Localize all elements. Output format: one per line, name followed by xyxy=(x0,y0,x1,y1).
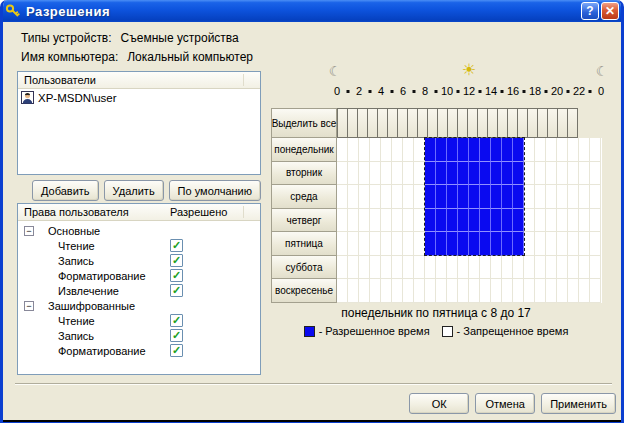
schedule-cell[interactable] xyxy=(535,232,546,256)
schedule-cell[interactable] xyxy=(458,162,469,186)
allowed-checkbox[interactable]: ✓ xyxy=(170,239,183,252)
schedule-cell[interactable] xyxy=(513,138,524,162)
schedule-cell[interactable] xyxy=(480,279,491,303)
schedule-cell[interactable] xyxy=(348,209,359,233)
close-button[interactable]: ✕ xyxy=(601,2,619,20)
schedule-cell[interactable] xyxy=(590,279,601,303)
schedule-cell[interactable] xyxy=(370,209,381,233)
schedule-cell[interactable] xyxy=(458,138,469,162)
schedule-cell[interactable] xyxy=(458,256,469,280)
schedule-cell[interactable] xyxy=(469,138,480,162)
ok-button[interactable]: ОК xyxy=(409,393,469,414)
schedule-cell[interactable] xyxy=(590,162,601,186)
schedule-cell[interactable] xyxy=(513,232,524,256)
allowed-checkbox[interactable]: ✓ xyxy=(170,314,183,327)
schedule-cell[interactable] xyxy=(337,279,348,303)
schedule-cell[interactable] xyxy=(381,256,392,280)
schedule-cell[interactable] xyxy=(447,209,458,233)
schedule-cell[interactable] xyxy=(546,162,557,186)
schedule-cell[interactable] xyxy=(579,185,590,209)
schedule-cell[interactable] xyxy=(502,162,513,186)
schedule-cell[interactable] xyxy=(348,279,359,303)
user-list-item[interactable]: XP-MSDN\user xyxy=(18,89,260,106)
day-button-5[interactable]: суббота xyxy=(271,255,337,280)
schedule-cell[interactable] xyxy=(381,279,392,303)
schedule-cell[interactable] xyxy=(579,256,590,280)
schedule-cell[interactable] xyxy=(436,209,447,233)
collapse-toggle-icon[interactable]: − xyxy=(24,301,34,311)
schedule-cell[interactable] xyxy=(425,279,436,303)
schedule-cell[interactable] xyxy=(480,138,491,162)
schedule-cell[interactable] xyxy=(524,232,535,256)
schedule-cell[interactable] xyxy=(403,185,414,209)
schedule-cell[interactable] xyxy=(502,185,513,209)
rights-item-row[interactable]: Форматирование✓ xyxy=(18,344,260,359)
schedule-cell[interactable] xyxy=(469,209,480,233)
schedule-cell[interactable] xyxy=(568,256,579,280)
schedule-cell[interactable] xyxy=(557,185,568,209)
rights-item-row[interactable]: Чтение✓ xyxy=(18,239,260,254)
schedule-cell[interactable] xyxy=(491,232,502,256)
schedule-cell[interactable] xyxy=(590,209,601,233)
schedule-cell[interactable] xyxy=(447,138,458,162)
schedule-cell[interactable] xyxy=(590,256,601,280)
schedule-cell[interactable] xyxy=(502,232,513,256)
schedule-cell[interactable] xyxy=(370,256,381,280)
schedule-cell[interactable] xyxy=(579,138,590,162)
schedule-cell[interactable] xyxy=(546,279,557,303)
schedule-cell[interactable] xyxy=(370,279,381,303)
select-all-button[interactable]: Выделить все xyxy=(271,108,337,138)
help-button[interactable]: ? xyxy=(581,2,599,20)
rights-group-row[interactable]: −Зашифрованные xyxy=(18,299,260,314)
schedule-cell[interactable] xyxy=(535,209,546,233)
schedule-cell[interactable] xyxy=(557,256,568,280)
schedule-cell[interactable] xyxy=(491,162,502,186)
schedule-cell[interactable] xyxy=(414,138,425,162)
schedule-cell[interactable] xyxy=(392,138,403,162)
schedule-cell[interactable] xyxy=(370,185,381,209)
schedule-cell[interactable] xyxy=(557,209,568,233)
schedule-cell[interactable] xyxy=(458,279,469,303)
schedule-cell[interactable] xyxy=(348,138,359,162)
schedule-cell[interactable] xyxy=(392,279,403,303)
rights-item-row[interactable]: Запись✓ xyxy=(18,254,260,269)
schedule-cell[interactable] xyxy=(359,256,370,280)
schedule-cell[interactable] xyxy=(447,256,458,280)
schedule-cell[interactable] xyxy=(579,232,590,256)
schedule-cell[interactable] xyxy=(337,209,348,233)
schedule-cell[interactable] xyxy=(414,256,425,280)
schedule-cell[interactable] xyxy=(392,209,403,233)
schedule-cell[interactable] xyxy=(524,185,535,209)
schedule-cell[interactable] xyxy=(568,232,579,256)
schedule-cell[interactable] xyxy=(469,232,480,256)
schedule-cell[interactable] xyxy=(403,209,414,233)
schedule-cell[interactable] xyxy=(370,162,381,186)
schedule-cell[interactable] xyxy=(348,232,359,256)
add-user-button[interactable]: Добавить xyxy=(32,180,99,201)
schedule-cell[interactable] xyxy=(392,185,403,209)
schedule-cell[interactable] xyxy=(469,162,480,186)
schedule-cell[interactable] xyxy=(392,162,403,186)
schedule-cell[interactable] xyxy=(337,185,348,209)
schedule-cell[interactable] xyxy=(370,232,381,256)
default-button[interactable]: По умолчанию xyxy=(169,180,261,201)
schedule-cell[interactable] xyxy=(348,256,359,280)
schedule-cell[interactable] xyxy=(579,279,590,303)
schedule-cell[interactable] xyxy=(546,232,557,256)
schedule-cell[interactable] xyxy=(381,185,392,209)
apply-button[interactable]: Применить xyxy=(541,393,616,414)
schedule-cell[interactable] xyxy=(436,138,447,162)
schedule-cell[interactable] xyxy=(480,162,491,186)
rights-group-row[interactable]: −Основные xyxy=(18,224,260,239)
allowed-checkbox[interactable]: ✓ xyxy=(170,329,183,342)
allowed-checkbox[interactable]: ✓ xyxy=(170,344,183,357)
schedule-cell[interactable] xyxy=(491,138,502,162)
allowed-checkbox[interactable]: ✓ xyxy=(170,254,183,267)
day-button-4[interactable]: пятница xyxy=(271,231,337,256)
schedule-cell[interactable] xyxy=(557,138,568,162)
schedule-cell[interactable] xyxy=(469,185,480,209)
schedule-cell[interactable] xyxy=(403,279,414,303)
schedule-cell[interactable] xyxy=(513,279,524,303)
schedule-cell[interactable] xyxy=(480,185,491,209)
schedule-cell[interactable] xyxy=(359,232,370,256)
